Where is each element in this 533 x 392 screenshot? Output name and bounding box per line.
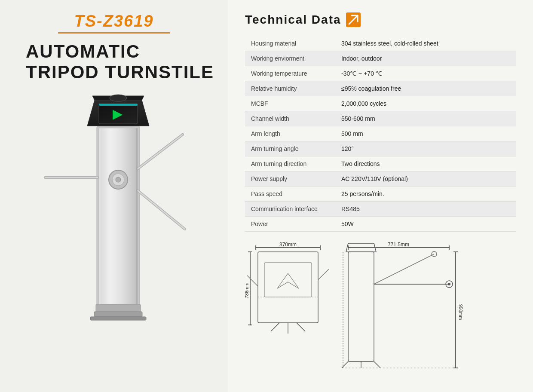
table-row: Arm length500 mm [245, 126, 516, 141]
spec-value: 500 mm [335, 126, 516, 141]
svg-line-14 [138, 135, 183, 169]
svg-line-38 [297, 323, 305, 331]
table-row: Relative humidity≤95% coagulation free [245, 81, 516, 96]
svg-line-16 [138, 190, 185, 229]
svg-rect-1 [99, 128, 138, 304]
spec-label: Arm length [245, 126, 335, 141]
spec-label: Relative humidity [245, 81, 335, 96]
tech-data-header: Technical Data [245, 12, 516, 28]
spec-value: 550-600 mm [335, 111, 516, 126]
product-name: AUTOMATIC TRIPOD TURNSTILE [0, 41, 228, 83]
spec-label: Channel width [245, 111, 335, 126]
spec-label: Power [245, 217, 335, 232]
spec-label: Power supply [245, 172, 335, 187]
svg-rect-21 [136, 128, 138, 304]
product-image: ▶ [15, 92, 213, 341]
spec-label: Arm turning angle [245, 141, 335, 156]
spec-value: 304 stainless steel, cold-rolled sheet [335, 36, 516, 51]
spec-label: Working temperature [245, 66, 335, 81]
svg-rect-9 [94, 312, 142, 317]
table-row: Arm turning angle120° [245, 141, 516, 156]
svg-line-40 [318, 269, 329, 280]
svg-rect-49 [348, 252, 374, 361]
svg-line-57 [342, 361, 348, 368]
spec-table: Housing material304 stainless steel, col… [245, 36, 516, 232]
table-row: Arm turning directionTwo directions [245, 156, 516, 172]
svg-rect-33 [264, 263, 312, 297]
svg-text:▶: ▶ [113, 107, 123, 121]
svg-marker-34 [277, 273, 299, 288]
svg-rect-20 [99, 128, 101, 304]
spec-value: RS485 [335, 202, 516, 217]
spec-label: MCBF [245, 96, 335, 111]
svg-text:950mm: 950mm [458, 304, 463, 320]
side-view-diagram: 771.5mm 950mm [340, 241, 464, 379]
table-row: Power supplyAC 220V/110V (optional) [245, 172, 516, 187]
table-row: Working temperature-30℃ ~ +70 ℃ [245, 66, 516, 81]
svg-text:786mm: 786mm [245, 283, 249, 299]
table-row: Pass speed25 persons/min. [245, 187, 516, 202]
svg-text:771.5mm: 771.5mm [388, 242, 409, 248]
svg-rect-10 [90, 317, 146, 320]
spec-value: 120° [335, 141, 516, 156]
spec-label: Pass speed [245, 187, 335, 202]
svg-point-7 [110, 95, 127, 101]
svg-text:370mm: 370mm [279, 242, 297, 248]
table-row: Channel width550-600 mm [245, 111, 516, 126]
table-row: Housing material304 stainless steel, col… [245, 36, 516, 51]
svg-point-53 [448, 283, 450, 285]
svg-point-19 [116, 177, 121, 182]
table-row: Power50W [245, 217, 516, 232]
right-panel: Technical Data Housing material304 stain… [228, 0, 533, 392]
spec-label: Working enviorment [245, 51, 335, 66]
svg-line-36 [271, 323, 279, 331]
spec-value: AC 220V/110V (optional) [335, 172, 516, 187]
spec-value: ≤95% coagulation free [335, 81, 516, 96]
tech-data-icon [346, 12, 361, 28]
spec-label: Communication interface [245, 202, 335, 217]
table-row: Working enviormentIndoor, outdoor [245, 51, 516, 66]
spec-value: 50W [335, 217, 516, 232]
spec-label: Housing material [245, 36, 335, 51]
section-title: Technical Data [245, 13, 341, 27]
underline-bar [58, 32, 170, 34]
spec-value: Indoor, outdoor [335, 51, 516, 66]
spec-value: -30℃ ~ +70 ℃ [335, 66, 516, 81]
dimensions-area: 370mm 786mm [245, 241, 516, 379]
table-row: Communication interfaceRS485 [245, 202, 516, 217]
svg-line-59 [374, 361, 380, 368]
spec-label: Arm turning direction [245, 156, 335, 172]
spec-value: 25 persons/min. [335, 187, 516, 202]
left-panel: TS-Z3619 AUTOMATIC TRIPOD TURNSTILE [0, 0, 228, 392]
table-row: MCBF2,000,000 cycles [245, 96, 516, 111]
front-view-diagram: 370mm 786mm [245, 241, 331, 336]
spec-value: Two directions [335, 156, 516, 172]
model-title: TS-Z3619 [74, 12, 154, 31]
spec-value: 2,000,000 cycles [335, 96, 516, 111]
svg-line-54 [374, 254, 434, 284]
svg-rect-6 [99, 104, 138, 106]
